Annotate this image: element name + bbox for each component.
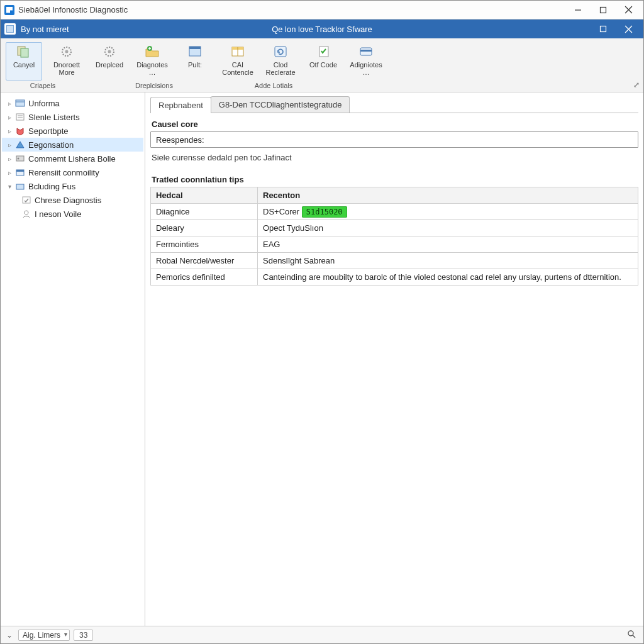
tree-item[interactable]: ▹Rerensiit conmoility (2, 165, 143, 179)
svg-rect-31 (16, 170, 24, 172)
tab-g8den[interactable]: G8-Den TCCDliaghentístegratude (211, 96, 350, 113)
status-bar: ⌄ Aig. Limers 33 (1, 626, 643, 643)
ribbon-label: Dreplced (96, 61, 123, 69)
tree-caret-icon[interactable]: ▾ (6, 183, 13, 190)
table-row: FermointiesEAG (151, 236, 638, 253)
inner-maximize-button[interactable] (591, 20, 616, 38)
chevron-down-icon[interactable]: ⌄ (4, 631, 14, 640)
tree-item[interactable]: ▹Eegonsation (2, 138, 143, 152)
ribbon-label: Canyel (13, 61, 35, 69)
section-causel-core: Causel core (152, 119, 638, 129)
tree-item[interactable]: ▹Unforma (2, 96, 143, 110)
tree-item-label: I neson Voile (35, 209, 81, 219)
svg-rect-15 (189, 47, 201, 49)
code-badge: S1d15020 (302, 206, 347, 218)
tree-caret-icon[interactable]: ▹ (6, 100, 13, 107)
outer-titlebar: Siebâ0el Infonostic Diagnostic (1, 1, 643, 19)
svg-point-10 (65, 50, 69, 53)
ribbon-item-otf[interactable]: Otf Code (305, 42, 341, 80)
tree-caret-icon[interactable]: ▹ (6, 128, 13, 135)
main-content: Repbnabent G8-Den TCCDliaghentístegratud… (145, 92, 643, 626)
tree-node-icon (21, 195, 32, 205)
table-icon (229, 44, 247, 59)
ribbon-item-cai[interactable]: CAI Contencle (219, 42, 256, 80)
section-tips: Tratled coonnlatiun tips (152, 175, 638, 184)
ribbon-label: Diagnotes … (135, 61, 170, 76)
status-line: Siele curensse dedald pen toc Jafinact (152, 153, 638, 162)
table-cell-value: Canteinding are moubilty to barolc of th… (258, 269, 638, 286)
app-icon (4, 5, 14, 15)
table-row: Pemorics definiltedCanteinding are moubi… (151, 269, 638, 286)
ribbon-item-more[interactable]: Dnoroett More (48, 42, 85, 80)
svg-rect-1 (601, 7, 606, 13)
table-row: Robal Nercdel/westerSdenslïght Sabrean (151, 253, 638, 269)
ribbon-item-pult[interactable]: Pult: (177, 42, 213, 80)
ribbon-label: Clod Reclerate (263, 61, 298, 76)
window-icon (186, 44, 204, 59)
respond-input[interactable]: Reespendes: (150, 131, 638, 148)
close-button[interactable] (616, 1, 641, 19)
ribbon-label: Dnoroett More (49, 61, 84, 76)
ribbon-item-diagnotes[interactable]: Diagnotes … (134, 42, 170, 80)
ribbon-item-clod[interactable]: Clod Reclerate (262, 42, 299, 80)
tree-item[interactable]: ▹Commemt Lishera Bolle (2, 152, 143, 165)
search-icon[interactable] (627, 630, 636, 640)
tree-caret-icon[interactable]: ▹ (6, 114, 13, 121)
tree-item[interactable]: ▾Bcluding Fus (2, 179, 143, 193)
minimize-button[interactable] (565, 1, 591, 19)
refresh-icon (272, 44, 289, 59)
ribbon-expand-icon[interactable]: ⤢ (633, 80, 640, 89)
tree-item-label: Commemt Lishera Bolle (28, 154, 116, 164)
tree-item-label: Rerensiit conmoility (28, 168, 99, 177)
ribbon-group-label: Dreplcisions (91, 82, 217, 89)
tree-caret-icon[interactable]: ▹ (6, 169, 13, 176)
tree-item[interactable]: I neson Voile (2, 207, 143, 221)
svg-line-36 (633, 635, 635, 638)
ribbon-label: Otf Code (309, 61, 337, 69)
table-cell-key: Fermointies (151, 236, 258, 253)
svg-rect-32 (16, 184, 24, 189)
ribbon-label: CAI Contencle (220, 61, 255, 76)
svg-rect-25 (16, 114, 24, 120)
svg-point-35 (628, 631, 633, 636)
table-cell-key: Robal Nercdel/wester (151, 253, 258, 269)
table-row: DelearyOpect TyduSlıon (151, 220, 638, 236)
gear-icon (58, 44, 75, 59)
inner-titlebar: By not mieret Qe lon love Tracklor Sfwar… (1, 19, 643, 38)
ribbon-item-canyel[interactable]: Canyel (6, 42, 42, 80)
inner-window-subtitle: By not mieret (21, 25, 69, 34)
copy-icon (15, 44, 33, 59)
navigation-tree[interactable]: ▹Unforma▹Slenle Listerts▹Seportbpte▹Eego… (1, 92, 145, 626)
table-cell-value: EAG (258, 236, 638, 253)
svg-rect-8 (21, 48, 28, 57)
svg-rect-33 (23, 197, 30, 203)
table-cell-key: Deleary (151, 220, 258, 236)
maximize-button[interactable] (591, 1, 616, 19)
ribbon-group-label: Criapels (3, 82, 82, 89)
tree-item-label: Bcluding Fus (28, 182, 75, 191)
tree-node-icon (14, 112, 26, 122)
check-doc-icon (314, 44, 332, 59)
tree-item[interactable]: ▹Slenle Listerts (2, 110, 143, 124)
tree-item[interactable]: Chrese Diagnostis (2, 193, 143, 207)
svg-point-29 (18, 158, 19, 160)
tree-item[interactable]: ▹Seportbpte (2, 124, 143, 138)
statusbar-value[interactable]: 33 (74, 630, 93, 641)
svg-rect-19 (275, 47, 286, 57)
ribbon-item-dreplced[interactable]: Dreplced (91, 42, 128, 80)
inner-close-button[interactable] (616, 20, 641, 38)
tab-repbnabent[interactable]: Repbnabent (150, 97, 211, 113)
inner-window-center-title: Qe lon love Tracklor Sfware (1, 25, 643, 34)
statusbar-dropdown[interactable]: Aig. Limers (18, 630, 70, 641)
tree-caret-icon[interactable]: ▹ (6, 155, 13, 162)
app-window: Siebâ0el Infonostic Diagnostic By not mi… (0, 0, 644, 644)
inner-window-controls (591, 20, 641, 38)
ribbon-item-adignotes[interactable]: Adigniotes … (348, 42, 384, 80)
table-row: DiiagniceDS+Corer S1d15020 (151, 204, 638, 220)
tree-item-label: Chrese Diagnostis (35, 196, 101, 205)
tree-item-label: Unforma (28, 99, 60, 108)
tree-node-icon (14, 167, 26, 177)
tree-caret-icon[interactable]: ▹ (6, 142, 13, 148)
svg-rect-4 (601, 26, 606, 32)
table-cell-value: DS+Corer S1d15020 (258, 204, 638, 220)
